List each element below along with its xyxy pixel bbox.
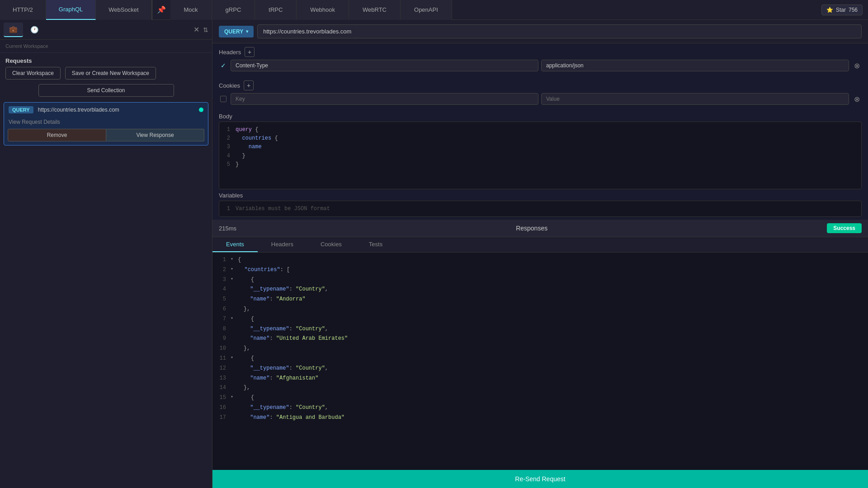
history-icon: 🕐 [30, 26, 39, 34]
tab-headers[interactable]: Headers [258, 237, 307, 252]
method-label: QUERY [224, 28, 243, 35]
line-num-3: 3 [223, 143, 230, 151]
github-icon: ⭐ [826, 7, 833, 13]
resp-c-17: "name": "Antigua and Barbuda" [231, 413, 344, 422]
header-key-input[interactable] [231, 60, 538, 71]
resp-ln-11: 11 [216, 354, 226, 363]
code-content-3: name [236, 143, 262, 151]
body-editor[interactable]: 1 query { 2 countries { 3 name 4 } [219, 122, 862, 189]
variables-label: Variables [219, 192, 862, 199]
expand-3[interactable]: ▾ [231, 276, 233, 285]
response-time: 215ms [219, 225, 236, 232]
resp-c-10: }, [231, 344, 250, 353]
main-layout: 💼 🕐 ✕ ⇅ Current Workspace Requests Clear… [0, 20, 868, 488]
cookie-value-input[interactable] [541, 93, 849, 105]
view-response-button[interactable]: View Response [106, 129, 204, 141]
header-check[interactable]: ✓ [219, 62, 228, 69]
resp-line-11: 11 ▾ { [212, 354, 868, 364]
sidebar-header: 💼 🕐 ✕ ⇅ [0, 20, 212, 40]
tab-graphql[interactable]: GraphQL [46, 0, 96, 20]
tab-grpc[interactable]: gRPC [212, 0, 255, 20]
url-input[interactable] [257, 24, 862, 38]
close-icon[interactable]: ✕ [193, 25, 199, 34]
star-count: 756 [849, 7, 858, 13]
request-item-header[interactable]: QUERY https://countries.trevorblades.com [4, 103, 208, 117]
body-label: Body [212, 110, 868, 122]
expand-11[interactable]: ▾ [231, 354, 233, 363]
remove-header-button[interactable]: ⊗ [852, 61, 862, 70]
request-item: QUERY https://countries.trevorblades.com… [4, 102, 208, 145]
tab-trpc[interactable]: tRPC [255, 0, 297, 20]
variables-editor[interactable]: 1 Variables must be JSON format [219, 201, 862, 217]
star-label: Star [836, 7, 846, 13]
response-title: Responses [243, 225, 821, 232]
expand-2[interactable]: ▾ [231, 266, 233, 275]
cookie-check[interactable] [219, 96, 228, 102]
pin-icon-area: 📌 [152, 5, 170, 14]
resp-line-2: 2 ▾ "countries": [ [212, 265, 868, 275]
resp-line-5: 5 "name": "Andorra" [212, 295, 868, 305]
request-detail[interactable]: View Request Details [4, 117, 208, 129]
resp-c-9: "name": "United Arab Emirates" [231, 334, 348, 343]
body-section: Body 1 query { 2 countries { 3 name [212, 110, 868, 189]
pin-icon: 📌 [157, 5, 166, 14]
resp-line-8: 8 "__typename": "Country", [212, 324, 868, 334]
resp-ln-9: 9 [216, 334, 226, 343]
send-collection-button[interactable]: Send Collection [38, 84, 174, 97]
workspace-label: Current Workspace [0, 40, 212, 53]
resp-ln-8: 8 [216, 325, 226, 334]
mode-tabs: Mock gRPC tRPC Webhook WebRTC OpenAPI [170, 0, 821, 20]
sidebar-tab-history[interactable]: 🕐 [25, 23, 44, 37]
tab-tests[interactable]: Tests [355, 237, 396, 252]
settings-icon[interactable]: ⇅ [203, 26, 208, 33]
save-workspace-button[interactable]: Save or Create New Workspace [65, 67, 156, 80]
star-badge[interactable]: ⭐ Star 756 [821, 5, 863, 15]
method-dropdown[interactable]: QUERY ▾ [219, 26, 254, 38]
sidebar: 💼 🕐 ✕ ⇅ Current Workspace Requests Clear… [0, 20, 212, 488]
header-row: ✓ ⊗ [219, 60, 862, 71]
resp-line-6: 6 }, [212, 305, 868, 314]
cookie-key-input[interactable] [231, 93, 538, 105]
clear-workspace-button[interactable]: Clear Workspace [5, 67, 61, 80]
tab-webhook[interactable]: Webhook [297, 0, 349, 20]
resp-ln-4: 4 [216, 285, 226, 294]
resend-bar[interactable]: Re-Send Request [212, 470, 868, 488]
expand-1[interactable]: ▾ [231, 256, 233, 265]
remove-cookie-button[interactable]: ⊗ [852, 94, 862, 104]
sidebar-actions: ✕ ⇅ [193, 25, 208, 34]
expand-15[interactable]: ▾ [231, 394, 233, 403]
tab-cookies[interactable]: Cookies [307, 237, 355, 252]
tab-events[interactable]: Events [212, 237, 258, 252]
main-right: QUERY ▾ Headers + ✓ ⊗ [212, 20, 868, 488]
resp-line-17: 17 "name": "Antigua and Barbuda" [212, 413, 868, 423]
top-nav: HTTP/2 GraphQL WebSocket 📌 Mock gRPC tRP… [0, 0, 868, 20]
resp-c-3: { [238, 276, 254, 285]
request-actions: Remove View Response [8, 129, 204, 141]
tab-http2[interactable]: HTTP/2 [0, 0, 46, 20]
resp-ln-1: 1 [216, 256, 226, 265]
variables-line-num: 1 [223, 206, 230, 212]
requests-buttons: Clear Workspace Save or Create New Works… [0, 67, 212, 84]
check-icon: ✓ [221, 62, 226, 69]
resp-line-15: 15 ▾ { [212, 393, 868, 403]
add-header-button[interactable]: + [245, 47, 255, 57]
tab-webrtc[interactable]: WebRTC [349, 0, 401, 20]
header-value-input[interactable] [541, 60, 849, 71]
cookies-label: Cookies [219, 82, 240, 89]
cookies-label-row: Cookies + [219, 80, 862, 90]
response-tabs: Events Headers Cookies Tests [212, 237, 868, 253]
expand-7[interactable]: ▾ [231, 315, 233, 324]
tab-websocket[interactable]: WebSocket [96, 0, 151, 20]
resp-ln-2: 2 [216, 266, 226, 275]
tab-openapi[interactable]: OpenAPI [401, 0, 452, 20]
resp-ln-17: 17 [216, 413, 226, 422]
add-cookie-button[interactable]: + [244, 80, 254, 90]
tab-mock[interactable]: Mock [170, 0, 212, 20]
resp-c-6: }, [231, 305, 250, 314]
sidebar-tab-requests[interactable]: 💼 [4, 23, 23, 37]
active-dot [199, 108, 203, 112]
headers-label: Headers [219, 49, 241, 56]
resp-c-7: { [238, 315, 254, 324]
remove-button[interactable]: Remove [8, 129, 106, 141]
resp-c-13: "name": "Afghanistan" [231, 374, 318, 383]
